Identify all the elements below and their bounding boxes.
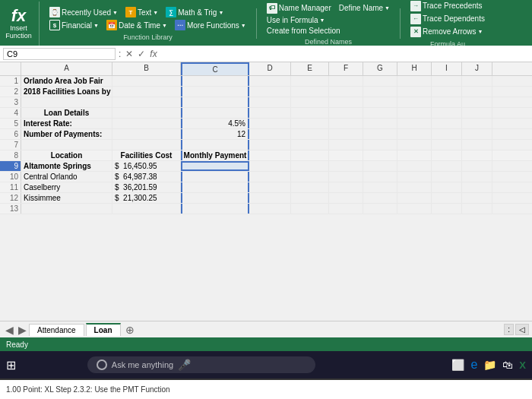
cell-i8[interactable] [432,150,462,160]
cell-a11[interactable]: Caselberry [21,182,112,192]
cell-g5[interactable] [363,119,397,128]
cell-b12[interactable]: $ 21,300.25 [112,193,181,203]
cell-d11[interactable] [249,182,291,192]
cell-e11[interactable] [291,182,329,192]
col-header-b[interactable]: B [112,62,181,75]
cell-c11[interactable] [181,182,249,192]
cell-f7[interactable] [329,140,363,150]
cell-c9[interactable] [181,161,249,171]
cell-e10[interactable] [291,172,329,182]
cell-c1[interactable] [181,76,249,86]
cell-i1[interactable] [432,76,462,86]
cell-j6[interactable] [462,129,492,139]
cell-d7[interactable] [249,140,291,150]
add-sheet-button[interactable]: ⊕ [122,324,138,336]
tab-nav-right[interactable]: ▶ [16,324,29,336]
tab-loan[interactable]: Loan [86,323,121,336]
cell-j1[interactable] [462,76,492,86]
cell-h8[interactable] [397,150,432,160]
cell-f1[interactable] [329,76,363,86]
cell-a3[interactable] [21,97,112,107]
cell-j10[interactable] [462,172,492,182]
cell-a7[interactable] [21,140,112,150]
cell-f6[interactable] [329,129,363,139]
cell-e2[interactable] [291,87,329,97]
trace-dependents-button[interactable]: ← Trace Dependents [408,13,487,25]
cell-g10[interactable] [363,172,397,182]
cell-c12[interactable] [181,193,249,203]
recently-used-button[interactable]: ⌚ Recently Used ▼ [47,6,120,18]
cell-j12[interactable] [462,193,492,203]
cell-e6[interactable] [291,129,329,139]
cell-h11[interactable] [397,182,432,192]
cell-d13[interactable] [249,204,291,214]
cell-d2[interactable] [249,87,291,97]
cell-g3[interactable] [363,97,397,107]
more-functions-button[interactable]: ⋯ More Functions ▼ [173,19,249,31]
cell-b11[interactable]: $ 36,201.59 [112,182,181,192]
cell-f8[interactable] [329,150,363,160]
cell-e8[interactable] [291,150,329,160]
cell-e12[interactable] [291,193,329,203]
cell-h5[interactable] [397,119,432,128]
cell-f4[interactable] [329,108,363,118]
cell-d3[interactable] [249,97,291,107]
cell-i12[interactable] [432,193,462,203]
name-manager-button[interactable]: 🏷 Name Manager [264,2,334,14]
cell-b2[interactable] [112,87,181,97]
cell-f2[interactable] [329,87,363,97]
cell-d8[interactable] [249,150,291,160]
cell-h4[interactable] [397,108,432,118]
cell-c6[interactable]: 12 [181,129,249,139]
taskbar-search[interactable]: Ask me anything 🎤 [87,356,315,373]
cell-b13[interactable] [112,204,181,214]
cell-i10[interactable] [432,172,462,182]
cell-f9[interactable] [329,161,363,171]
create-from-selection-button[interactable]: Create from Selection [264,26,343,36]
cell-h10[interactable] [397,172,432,182]
cell-f12[interactable] [329,193,363,203]
cell-j3[interactable] [462,97,492,107]
cell-e1[interactable] [291,76,329,86]
formula-confirm-icon[interactable]: ✓ [136,49,147,59]
cell-b7[interactable] [112,140,181,150]
cell-d4[interactable] [249,108,291,118]
cell-a5[interactable]: Interest Rate: [21,119,112,128]
cell-b9[interactable]: $ 16,450.95 [112,161,181,171]
start-button[interactable]: ⊞ [6,358,16,372]
cell-b3[interactable] [112,97,181,107]
cell-d10[interactable] [249,172,291,182]
cell-h2[interactable] [397,87,432,97]
cell-e5[interactable] [291,119,329,128]
financial-button[interactable]: $ Financial ▼ [47,19,101,31]
cell-c2[interactable] [181,87,249,97]
use-in-formula-button[interactable]: Use in Formula ▼ [264,15,328,25]
cell-g6[interactable] [363,129,397,139]
cell-a13[interactable] [21,204,112,214]
cell-f13[interactable] [329,204,363,214]
cell-j4[interactable] [462,108,492,118]
cell-f5[interactable] [329,119,363,128]
cell-c3[interactable] [181,97,249,107]
cell-d1[interactable] [249,76,291,86]
cell-i5[interactable] [432,119,462,128]
cell-e4[interactable] [291,108,329,118]
formula-input[interactable] [162,49,529,59]
cell-e13[interactable] [291,204,329,214]
col-header-e[interactable]: E [291,62,329,75]
col-header-h[interactable]: H [397,62,432,75]
cell-g11[interactable] [363,182,397,192]
tab-attendance[interactable]: Attendance [29,324,84,336]
define-name-button[interactable]: Define Name ▼ [337,3,392,13]
cell-i13[interactable] [432,204,462,214]
date-time-button[interactable]: 📅 Date & Time ▼ [104,19,169,31]
cell-f3[interactable] [329,97,363,107]
cell-i7[interactable] [432,140,462,150]
cell-reference-box[interactable] [3,48,116,60]
cell-j13[interactable] [462,204,492,214]
cell-g4[interactable] [363,108,397,118]
cell-a8[interactable]: Location [21,150,112,160]
cell-g9[interactable] [363,161,397,171]
cell-b10[interactable]: $ 64,987.38 [112,172,181,182]
col-header-f[interactable]: F [329,62,363,75]
